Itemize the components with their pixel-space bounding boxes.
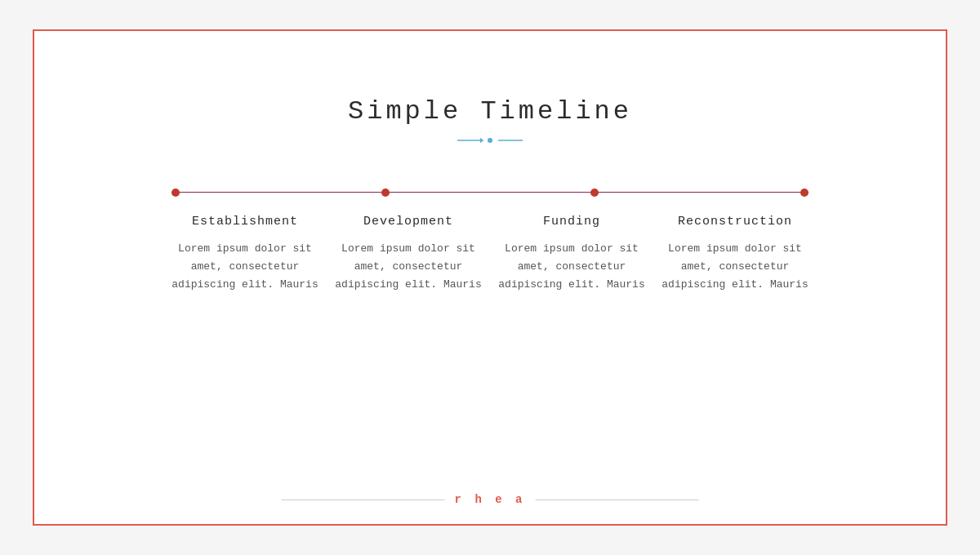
slide-title: Simple Timeline xyxy=(348,96,632,127)
item-title-reconstruction: Reconstruction xyxy=(662,215,808,229)
svg-point-2 xyxy=(488,138,492,143)
brand-line-left xyxy=(282,500,445,500)
brand-footer: r h e a xyxy=(282,493,699,506)
title-section: Simple Timeline xyxy=(348,96,632,146)
dot-funding xyxy=(590,189,599,197)
brand-text: r h e a xyxy=(455,493,526,506)
item-title-establishment: Establishment xyxy=(172,215,318,229)
timeline-item-development: Development Lorem ipsum dolor sit amet, … xyxy=(335,215,482,294)
timeline-section: Establishment Lorem ipsum dolor sit amet… xyxy=(172,187,808,294)
timeline-item-reconstruction: Reconstruction Lorem ipsum dolor sit ame… xyxy=(662,215,808,294)
timeline-item-funding: Funding Lorem ipsum dolor sit amet, cons… xyxy=(498,215,645,294)
dot-development xyxy=(381,189,390,197)
svg-marker-3 xyxy=(480,138,483,143)
brand-line-right xyxy=(535,500,698,500)
timeline-item-establishment: Establishment Lorem ipsum dolor sit amet… xyxy=(172,215,318,294)
item-title-funding: Funding xyxy=(498,215,645,229)
slide: Simple Timeline Establishment Lorem ipsu… xyxy=(33,29,947,526)
item-body-establishment: Lorem ipsum dolor sit amet, consectetur … xyxy=(172,240,318,294)
title-divider xyxy=(348,135,632,146)
timeline-items: Establishment Lorem ipsum dolor sit amet… xyxy=(172,215,808,294)
item-body-reconstruction: Lorem ipsum dolor sit amet, consectetur … xyxy=(662,240,808,294)
item-title-development: Development xyxy=(335,215,482,229)
divider-icon xyxy=(457,135,523,146)
item-body-funding: Lorem ipsum dolor sit amet, consectetur … xyxy=(498,240,645,294)
item-body-development: Lorem ipsum dolor sit amet, consectetur … xyxy=(335,240,482,294)
dot-establishment xyxy=(172,189,180,197)
dot-reconstruction xyxy=(800,189,808,197)
timeline-dots xyxy=(172,187,808,198)
